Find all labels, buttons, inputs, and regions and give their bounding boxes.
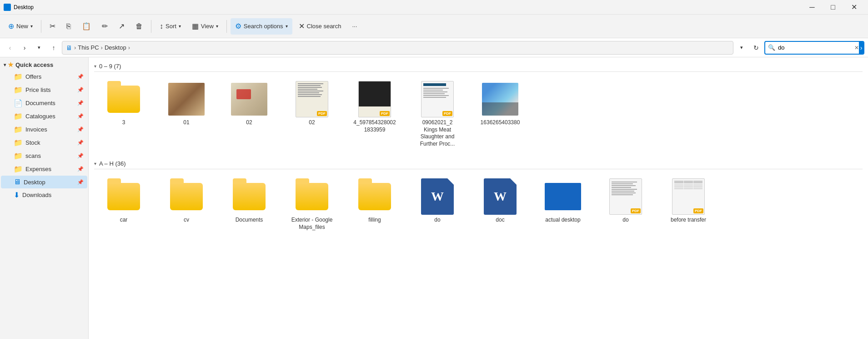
rename-button[interactable]: ✏ <box>97 18 112 35</box>
file-name-4597: 4_597854328002 1833959 <box>353 119 396 133</box>
file-item-actual-desktop[interactable]: actual desktop <box>533 175 592 234</box>
file-area: ▾ 0 – 9 (7) 3 01 <box>89 57 868 339</box>
breadcrumb-thispc[interactable]: This PC <box>78 44 99 51</box>
more-button[interactable]: ··· <box>347 18 361 35</box>
folder-icon: 📁 <box>14 125 23 134</box>
file-item-do-word[interactable]: W do <box>408 175 467 234</box>
folder-icon-car <box>107 183 140 210</box>
minimize-button[interactable]: ─ <box>802 0 823 15</box>
view-label: View <box>201 23 214 30</box>
sidebar-item-scans-pin: 📌 <box>77 153 84 159</box>
view-chevron-icon: ▾ <box>216 24 218 29</box>
delete-button[interactable]: 🗑 <box>131 18 147 35</box>
file-name-documents: Documents <box>236 217 263 224</box>
file-item-exterior[interactable]: Exterior - Google Maps_files <box>282 175 341 234</box>
section-0-9-header[interactable]: ▾ 0 – 9 (7) <box>94 61 863 72</box>
sidebar-item-stock-label: Stock <box>25 139 75 146</box>
search-bar: 🔍 ✕ › <box>764 41 864 55</box>
sidebar-item-offers[interactable]: 📁 Offers 📌 <box>1 70 87 83</box>
folder-icon: 📁 <box>14 152 23 160</box>
sidebar-item-invoices[interactable]: 📁 Invoices 📌 <box>1 123 87 136</box>
file-item-09062021[interactable]: PDF 09062021_2 Kings Meat Slaughter and … <box>408 77 467 151</box>
toolbar: ⊕ New ▾ ✂ ⎘ 📋 ✏ ↗ 🗑 ↕ Sort ▾ ▦ View ▾ ⚙ … <box>0 15 868 38</box>
view-button[interactable]: ▦ View ▾ <box>187 18 223 35</box>
back-button[interactable]: ‹ <box>4 41 16 54</box>
quick-access-header[interactable]: ▾ ★ Quick access <box>0 59 88 70</box>
file-item-folder-3[interactable]: 3 <box>94 77 153 151</box>
recent-locations-button[interactable]: ▾ <box>33 41 45 54</box>
sidebar-item-documents[interactable]: 📄 Documents 📌 <box>1 96 87 110</box>
pdf-badge-do: PDF <box>631 208 641 213</box>
search-go-button[interactable]: › <box>859 42 863 54</box>
file-item-02-pdf[interactable]: PDF 02 <box>282 77 341 151</box>
sidebar-item-catalogues-pin: 📌 <box>77 113 84 119</box>
file-thumb-doc-word: W <box>482 178 518 215</box>
file-name-before-transfer: before transfer <box>671 217 706 224</box>
file-thumb-1636 <box>482 81 518 117</box>
file-item-1636[interactable]: 1636265403380 <box>471 77 530 151</box>
file-name-do-pdf: do <box>622 217 628 224</box>
folder-icon-filling <box>358 183 391 210</box>
sort-button[interactable]: ↕ Sort ▾ <box>155 18 186 35</box>
more-icon: ··· <box>352 23 357 30</box>
file-item-02-photo[interactable]: 02 <box>220 77 279 151</box>
breadcrumb-separator-2: › <box>101 44 103 51</box>
up-button[interactable]: ↑ <box>47 41 60 54</box>
file-item-car[interactable]: car <box>94 175 153 234</box>
file-item-before-transfer[interactable]: PDF before transfer <box>659 175 718 234</box>
sort-label: Sort <box>166 23 176 30</box>
close-button[interactable]: ✕ <box>843 0 864 15</box>
section-0-9-grid: 3 01 02 <box>94 76 863 153</box>
search-clear-button[interactable]: ✕ <box>854 42 859 53</box>
window-controls: ─ □ ✕ <box>802 0 864 15</box>
file-name-cv: cv <box>184 217 189 224</box>
new-chevron-icon: ▾ <box>30 24 33 29</box>
file-name-1636: 1636265403380 <box>481 119 520 126</box>
sidebar-item-stock[interactable]: 📁 Stock 📌 <box>1 136 87 149</box>
sidebar-item-catalogues[interactable]: 📁 Catalogues 📌 <box>1 110 87 123</box>
forward-button[interactable]: › <box>18 41 31 54</box>
breadcrumb-desktop[interactable]: Desktop <box>105 44 126 51</box>
file-item-filling[interactable]: filling <box>345 175 404 234</box>
share-button[interactable]: ↗ <box>114 18 129 35</box>
doc-folder-icon: 📄 <box>14 99 23 107</box>
breadcrumb[interactable]: 🖥 › This PC › Desktop › <box>62 41 733 55</box>
folder-icon: 📁 <box>14 165 23 173</box>
breadcrumb-dropdown-button[interactable]: ▾ <box>735 41 748 54</box>
refresh-button[interactable]: ↻ <box>750 41 763 54</box>
sidebar-item-desktop-pin: 📌 <box>77 179 84 185</box>
file-item-4597[interactable]: PDF 4_597854328002 1833959 <box>345 77 404 151</box>
close-search-button[interactable]: ✕ Close search <box>294 18 346 35</box>
sidebar-item-desktop[interactable]: 🖥 Desktop 📌 <box>1 176 87 188</box>
cut-icon: ✂ <box>50 22 55 30</box>
cut-button[interactable]: ✂ <box>45 18 60 35</box>
search-input[interactable] <box>778 44 854 51</box>
paste-button[interactable]: 📋 <box>77 18 95 35</box>
new-button[interactable]: ⊕ New ▾ <box>4 18 37 35</box>
file-thumb-actual-desktop <box>545 178 581 215</box>
file-name-doc-word: doc <box>496 217 504 224</box>
file-thumb-02-pdf: PDF <box>294 81 330 117</box>
file-thumb-folder-3 <box>105 81 142 117</box>
sidebar-item-downloads[interactable]: ⬇ Downloads <box>1 188 87 202</box>
search-options-button[interactable]: ⚙ Search options ▾ <box>231 18 292 35</box>
file-item-cv[interactable]: cv <box>157 175 216 234</box>
sidebar-item-offers-pin: 📌 <box>77 74 84 80</box>
file-item-do-pdf[interactable]: PDF do <box>596 175 655 234</box>
section-a-h-header[interactable]: ▾ A – H (36) <box>94 158 863 169</box>
sidebar-item-expenses[interactable]: 📁 Expenses 📌 <box>1 162 87 176</box>
copy-button[interactable]: ⎘ <box>62 18 75 35</box>
file-name-actual-desktop: actual desktop <box>545 217 580 224</box>
maximize-button[interactable]: □ <box>823 0 843 15</box>
sidebar-item-scans-label: scans <box>25 152 75 159</box>
search-options-chevron-icon: ▾ <box>286 24 288 29</box>
sidebar-item-pricelists-label: Price lists <box>25 86 75 93</box>
file-item-documents[interactable]: Documents <box>220 175 279 234</box>
sidebar: ▾ ★ Quick access 📁 Offers 📌 📁 Price list… <box>0 57 89 339</box>
downloads-icon: ⬇ <box>14 191 20 199</box>
file-item-doc-word[interactable]: W doc <box>471 175 530 234</box>
file-thumb-exterior <box>294 178 330 215</box>
sidebar-item-pricelists[interactable]: 📁 Price lists 📌 <box>1 83 87 96</box>
sidebar-item-scans[interactable]: 📁 scans 📌 <box>1 149 87 162</box>
file-item-01[interactable]: 01 <box>157 77 216 151</box>
